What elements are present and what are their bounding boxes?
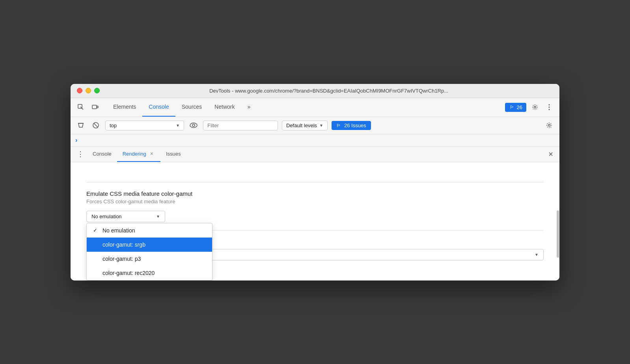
svg-text:🏳: 🏳 [510,105,514,110]
default-levels-dropdown[interactable]: Default levels ▼ [282,121,328,130]
color-gamut-dropdown[interactable]: No emulation ▼ [86,211,165,222]
maximize-button[interactable] [94,88,100,93]
svg-point-14 [190,123,197,128]
dropdown-option-rec2020[interactable]: color-gamut: rec2020 [87,266,212,280]
inspect-element-icon[interactable] [75,102,86,113]
tab-bar-right: 🏳 26 [505,102,555,113]
tab-bar-icons [75,102,101,113]
panel-close-icon[interactable]: × [545,148,556,160]
devtools-window: DevTools - www.google.com/chrome/?brand=… [71,84,559,280]
color-gamut-dropdown-menu: ✓ No emulation color-gamut: srgb color-g… [86,223,212,280]
title-bar: DevTools - www.google.com/chrome/?brand=… [71,84,559,98]
svg-line-13 [94,123,98,128]
issues-badge[interactable]: 🏳 26 [505,103,526,112]
toolbar-settings-icon[interactable] [544,120,555,131]
tab-more[interactable]: » [241,98,257,117]
svg-marker-10 [78,123,83,127]
svg-point-15 [192,124,195,126]
eye-icon[interactable] [188,120,199,131]
panel-menu-icon[interactable]: ⋮ [74,148,87,160]
clear-console-icon[interactable] [75,120,86,131]
vision-arrow-icon: ▼ [535,253,539,257]
color-gamut-dropdown-container: No emulation ▼ ✓ No emulation color-gamu… [86,211,165,222]
dropdown-option-p3[interactable]: color-gamut: p3 [87,252,212,266]
dropdown-option-srgb[interactable]: color-gamut: srgb [87,238,212,252]
svg-text:🏳: 🏳 [336,123,341,128]
close-button[interactable] [77,88,82,93]
rendering-tab-close-icon[interactable]: × [149,150,155,158]
svg-rect-2 [92,105,97,109]
breadcrumb-bar: › [71,134,559,147]
window-title: DevTools - www.google.com/chrome/?brand=… [104,88,553,94]
tab-network[interactable]: Network [208,98,241,117]
panel-tab-console[interactable]: Console [87,146,117,162]
svg-point-17 [548,124,550,126]
dropdown-arrow-icon: ▼ [176,123,180,128]
check-mark-icon: ✓ [93,227,99,233]
svg-point-7 [549,104,550,106]
panel-tab-issues[interactable]: Issues [160,146,186,162]
block-icon[interactable] [90,120,101,131]
tab-sources[interactable]: Sources [175,98,208,117]
minimize-button[interactable] [86,88,91,93]
settings-icon[interactable] [529,102,541,113]
section-divider-top [86,182,544,182]
console-toolbar: top ▼ Default levels ▼ 🏳 26 Issues [71,117,559,134]
svg-point-8 [549,107,550,108]
panel-tab-rendering[interactable]: Rendering × [117,146,160,162]
scrollbar-thumb[interactable] [557,210,559,258]
filter-input[interactable] [203,121,278,130]
main-tab-bar: Elements Console Sources Network » 🏳 26 [71,98,559,117]
color-gamut-arrow-icon: ▼ [156,214,160,219]
svg-point-6 [534,106,536,108]
svg-rect-3 [97,106,98,108]
scrollbar-track [556,162,559,280]
tab-console[interactable]: Console [142,98,175,117]
section-subtitle: Forces CSS color-gamut media feature [86,199,544,204]
chevron-right-icon[interactable]: › [75,137,77,144]
issues-toolbar-badge[interactable]: 🏳 26 Issues [332,121,371,130]
rendering-content: Emulate CSS media feature color-gamut Fo… [71,162,559,280]
color-gamut-section: Emulate CSS media feature color-gamut Fo… [86,190,544,222]
svg-point-9 [549,109,550,110]
traffic-lights [77,88,100,93]
levels-arrow-icon: ▼ [319,123,323,128]
section-title: Emulate CSS media feature color-gamut [86,190,544,197]
device-toolbar-icon[interactable] [89,102,101,113]
execution-context-dropdown[interactable]: top ▼ [105,121,184,130]
tab-elements[interactable]: Elements [107,98,142,117]
more-options-icon[interactable] [544,102,555,113]
dropdown-option-no-emulation[interactable]: ✓ No emulation [87,223,212,238]
panel-tab-bar: ⋮ Console Rendering × Issues × [71,147,559,162]
